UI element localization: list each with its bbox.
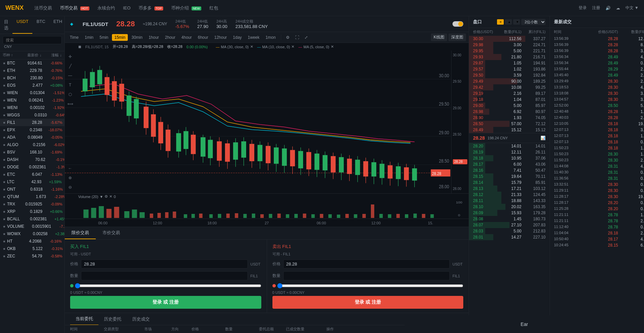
list-item[interactable]: ★ONT 0.6318 -1.16% xyxy=(0,186,64,193)
bottom-tab-current[interactable]: 当前委托 xyxy=(70,313,98,325)
register-btn[interactable]: 注册 xyxy=(592,5,600,11)
tf-15min[interactable]: 15min xyxy=(112,34,128,41)
bid-row[interactable]: 28.01 14.27 227.10 xyxy=(469,234,550,240)
list-item[interactable]: ★BCH 230.80 -0.15% xyxy=(0,74,64,82)
ob-btn-asks[interactable]: ▲ xyxy=(505,19,512,25)
bid-row[interactable]: 28.11 18.88 143.33 xyxy=(469,198,550,204)
sell-btn[interactable]: 登录 或 注册 xyxy=(272,296,464,309)
list-item[interactable]: ★BCALL 0.002381 +1.45% xyxy=(0,215,64,223)
depth-btn[interactable]: 深度图 xyxy=(448,33,466,41)
settings-icon[interactable]: ⚙ xyxy=(284,34,292,41)
bid-row[interactable]: 28.20 14.01 14.01 xyxy=(469,143,550,149)
col-coin[interactable]: 币种 ↑ xyxy=(3,53,14,58)
bid-row[interactable]: 28.17 6.00 43.06 xyxy=(469,161,550,167)
tab-eth[interactable]: ETH xyxy=(49,16,65,34)
ask-row[interactable]: 29.49 90.00 189.25 xyxy=(469,78,550,84)
zoom-out[interactable]: ⊖ xyxy=(67,184,74,191)
tf-2hour[interactable]: 2hour xyxy=(163,34,178,41)
tf-12hour[interactable]: 12hour xyxy=(212,34,229,41)
nav-link-futures[interactable]: 永续合约 xyxy=(97,5,115,11)
list-item[interactable]: ★ADA 0.08049 -0.05% xyxy=(0,134,64,141)
star-icon[interactable]: ★ xyxy=(3,143,6,147)
sound-icon[interactable]: 🔊 xyxy=(606,6,611,10)
list-item[interactable]: ★DASH 70.62 -0.1% xyxy=(0,156,64,163)
nav-link-hongbao[interactable]: 红包 xyxy=(209,5,218,11)
tf-1mon[interactable]: 1mon xyxy=(263,34,278,41)
ask-row[interactable]: 29.00 5.00 85.97 xyxy=(469,103,550,109)
fullscreen-icon[interactable]: ⛶ xyxy=(293,34,301,41)
star-icon[interactable]: ★ xyxy=(3,165,6,169)
list-item[interactable]: ★EPX 0.2348 -18.07% xyxy=(0,126,64,134)
cursor-tool[interactable]: ✛ xyxy=(67,53,74,60)
ask-row[interactable]: 30.00 112.56 337.27 xyxy=(469,36,550,42)
sell-slider[interactable] xyxy=(277,283,464,288)
list-item[interactable]: ★QTUM 1.673 -2.28% xyxy=(0,193,64,200)
star-icon[interactable]: ★ xyxy=(3,232,6,236)
ask-row[interactable]: 29.50 3.59 192.84 xyxy=(469,72,550,78)
bid-row[interactable]: 28.14 15.79 85.91 xyxy=(469,179,550,186)
buy-btn[interactable]: 登录 或 注册 xyxy=(70,296,261,309)
trend-tool[interactable]: ╱ xyxy=(67,63,74,70)
tf-6hour[interactable]: 6hour xyxy=(196,34,211,41)
nav-link-fabi[interactable]: 法币交易 xyxy=(34,5,52,11)
ticker-toggle[interactable] xyxy=(452,21,463,27)
trade-tab-limit[interactable]: 限价交易 xyxy=(65,227,96,239)
bid-row[interactable]: 28.07 27.10 207.83 xyxy=(469,222,550,228)
list-item[interactable]: ★WIEN 0.01304 -1.51% xyxy=(0,89,64,96)
list-item[interactable]: ★LTC 42.93 +1.59% xyxy=(0,178,64,186)
ask-row[interactable]: 28.49 15.12 15.12 xyxy=(469,127,550,133)
star-icon[interactable]: ★ xyxy=(3,121,6,124)
ask-row[interactable]: 29.93 21.80 216.71 xyxy=(469,54,550,60)
buy-qty-input[interactable] xyxy=(81,271,248,280)
measure-tool[interactable]: ⟺ xyxy=(67,101,74,107)
tf-5min[interactable]: 5min xyxy=(97,34,111,41)
back-arrow[interactable]: ← xyxy=(67,165,74,172)
list-item[interactable]: ★EOS 2.477 +0.08% xyxy=(0,82,64,89)
list-item[interactable]: ★ZEC 54.79 -0.58% xyxy=(0,252,64,260)
star-icon[interactable]: ★ xyxy=(3,113,6,117)
ask-row[interactable]: 29.98 3.00 224.71 xyxy=(469,42,550,48)
language-selector[interactable]: 中文 ▼ xyxy=(625,5,639,11)
sell-qty-input[interactable] xyxy=(283,271,450,280)
star-icon[interactable]: ★ xyxy=(3,180,6,184)
bottom-tab-trades[interactable]: 历史成交 xyxy=(127,313,155,325)
star-icon[interactable]: ★ xyxy=(3,76,6,80)
col-change[interactable]: 涨幅 ↓ xyxy=(41,53,62,58)
tab-usdt[interactable]: USDT xyxy=(12,16,32,34)
nav-link-ieo[interactable]: IEO xyxy=(123,5,130,10)
tf-1min[interactable]: 1min xyxy=(82,34,96,41)
trade-tab-market[interactable]: 市价交易 xyxy=(96,227,127,239)
horizontal-tool[interactable]: — xyxy=(67,72,74,79)
list-item[interactable]: ★BTC 9164.61 -0.66% xyxy=(0,59,64,67)
ask-row[interactable]: 29.95 5.00 221.71 xyxy=(469,48,550,54)
bid-row[interactable]: 28.08 1.45 180.73 xyxy=(469,216,550,222)
star-icon[interactable]: ★ xyxy=(3,84,6,87)
login-btn[interactable]: 登录 xyxy=(579,5,587,11)
list-item[interactable]: ★HT 4.2068 -0.16% xyxy=(0,238,64,245)
star-icon[interactable]: ★ xyxy=(3,128,6,132)
list-item[interactable]: ★WENI 0.00102 -1.92% xyxy=(0,104,64,111)
shape-tool[interactable]: ⬡ xyxy=(67,91,74,98)
star-icon[interactable]: ★ xyxy=(3,202,6,206)
star-icon[interactable]: ★ xyxy=(3,188,6,191)
list-item[interactable]: ★BSV 168.10 -1.69% xyxy=(0,148,64,156)
sell-price-input[interactable] xyxy=(283,259,450,269)
bid-row[interactable]: 28.13 17.21 103.12 xyxy=(469,186,550,192)
list-item[interactable]: ★WGGS 0.0310 -0.64% xyxy=(0,111,64,119)
expand-icon[interactable]: ⤢ xyxy=(302,34,310,41)
star-icon[interactable]: ★ xyxy=(3,247,6,251)
col-price[interactable]: 最新价 ↓ xyxy=(14,53,41,58)
star-icon[interactable]: ★ xyxy=(3,136,6,139)
tab-btc[interactable]: BTC xyxy=(32,16,49,34)
ask-row[interactable]: 28.50 57.00 72.12 xyxy=(469,121,550,127)
text-tool[interactable]: T xyxy=(67,82,74,88)
search-input[interactable] xyxy=(3,36,62,44)
bid-row[interactable]: 28.03 5.00 212.83 xyxy=(469,228,550,234)
star-icon[interactable]: ★ xyxy=(3,210,6,214)
ask-row[interactable]: 28.98 6.92 80.97 xyxy=(469,109,550,115)
star-icon[interactable]: ★ xyxy=(3,217,6,221)
list-item[interactable]: ★DOGE 0.002361 -1.3% xyxy=(0,163,64,171)
list-item[interactable]: ★WEN 0.06241 -1.23% xyxy=(0,96,64,104)
nav-link-bibi[interactable]: 币币交易 HOT xyxy=(60,5,89,11)
ask-row[interactable]: 29.87 1.05 194.91 xyxy=(469,60,550,66)
